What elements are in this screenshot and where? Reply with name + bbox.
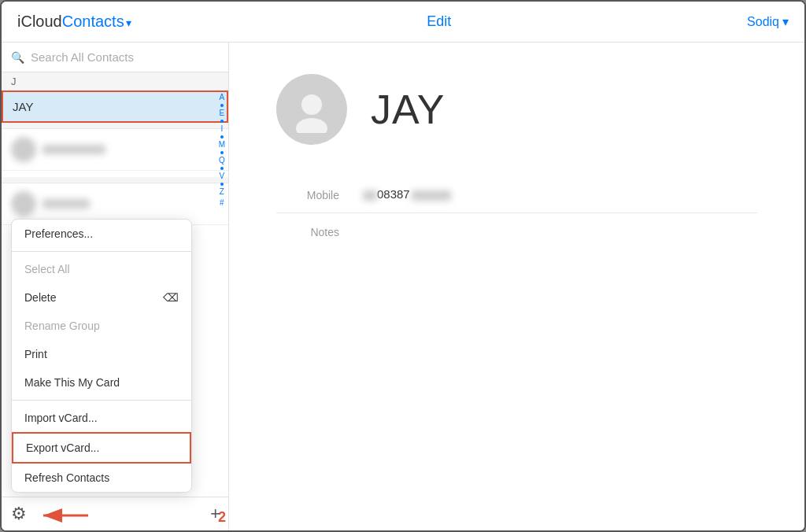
contact-item-blurred-1[interactable] — [2, 129, 228, 171]
sidebar-footer: ⚙ 2 + — [2, 497, 228, 530]
alpha-dot-3 — [220, 135, 224, 139]
edit-button[interactable]: Edit — [427, 13, 451, 30]
section-header-j: J — [2, 72, 228, 91]
alpha-a[interactable]: A — [219, 93, 224, 102]
gear-icon[interactable]: ⚙ — [11, 504, 27, 524]
contacts-chevron-icon: ▾ — [126, 17, 131, 29]
menu-item-rename-group: Rename Group — [12, 312, 191, 340]
mobile-value: 08387 — [363, 187, 451, 201]
alpha-dot-4 — [220, 151, 224, 154]
context-menu: Preferences... Select All Delete ⌫ Renam… — [11, 219, 192, 493]
alpha-dot-2 — [220, 120, 224, 123]
contact-item-jay[interactable]: JAY — [2, 91, 228, 123]
alpha-q[interactable]: Q — [219, 156, 225, 165]
search-bar: 🔍 Search All Contacts — [2, 42, 228, 72]
menu-item-print[interactable]: Print — [12, 340, 191, 368]
alpha-e[interactable]: E — [219, 109, 224, 118]
alpha-i[interactable]: I — [220, 124, 223, 134]
search-icon: 🔍 — [11, 51, 24, 64]
notes-label: Notes — [276, 224, 339, 238]
detail-row-notes: Notes — [276, 213, 757, 249]
avatar — [276, 74, 347, 145]
menu-item-export-vcard[interactable]: Export vCard... 3 — [12, 432, 191, 464]
icloud-label: iCloud — [17, 13, 62, 31]
sidebar: 🔍 Search All Contacts J JAY 1 — [2, 42, 229, 530]
user-menu[interactable]: Sodiq ▾ — [747, 14, 789, 29]
alpha-hash[interactable]: # — [220, 198, 224, 208]
detail-panel: JAY Mobile 08387 Notes — [229, 42, 804, 530]
phone-blur-prefix — [363, 190, 377, 201]
menu-item-delete[interactable]: Delete ⌫ — [12, 283, 191, 312]
app-window: iCloud Contacts▾ Edit Sodiq ▾ 🔍 Search A… — [0, 0, 806, 532]
delete-icon: ⌫ — [163, 291, 179, 304]
contact-detail-header: JAY — [276, 74, 757, 145]
add-contact-icon[interactable]: + — [210, 504, 220, 524]
contact-name-display: JAY — [371, 86, 446, 133]
search-input[interactable]: Search All Contacts — [31, 50, 134, 64]
menu-item-select-all: Select All — [12, 255, 191, 283]
svg-point-3 — [296, 118, 327, 133]
alpha-index: A E I M Q V Z # — [216, 90, 228, 211]
menu-divider-1 — [12, 251, 191, 252]
menu-divider-2 — [12, 400, 191, 401]
arrow-annotation — [29, 504, 92, 527]
menu-item-make-my-card[interactable]: Make This My Card — [12, 368, 191, 397]
alpha-m[interactable]: M — [219, 140, 225, 150]
main-content: 🔍 Search All Contacts J JAY 1 — [2, 42, 804, 530]
avatar-icon — [288, 86, 335, 133]
alpha-dot-6 — [220, 183, 224, 186]
phone-blur-suffix — [412, 190, 451, 201]
alpha-dot-1 — [220, 104, 224, 107]
alpha-dot-5 — [220, 167, 224, 170]
user-chevron-icon: ▾ — [782, 14, 789, 29]
contact-name-jay: JAY — [13, 100, 33, 113]
menu-item-preferences[interactable]: Preferences... — [12, 220, 191, 248]
alpha-v[interactable]: V — [219, 172, 224, 181]
menu-item-refresh-contacts[interactable]: Refresh Contacts — [12, 464, 191, 492]
header-left: iCloud Contacts▾ — [17, 13, 131, 31]
contacts-label[interactable]: Contacts▾ — [62, 13, 131, 31]
header: iCloud Contacts▾ Edit Sodiq ▾ — [2, 2, 804, 42]
mobile-label: Mobile — [276, 187, 339, 201]
alpha-z[interactable]: Z — [220, 187, 224, 197]
svg-point-2 — [301, 94, 322, 115]
detail-row-mobile: Mobile 08387 — [276, 176, 757, 213]
menu-item-import-vcard[interactable]: Import vCard... — [12, 404, 191, 432]
